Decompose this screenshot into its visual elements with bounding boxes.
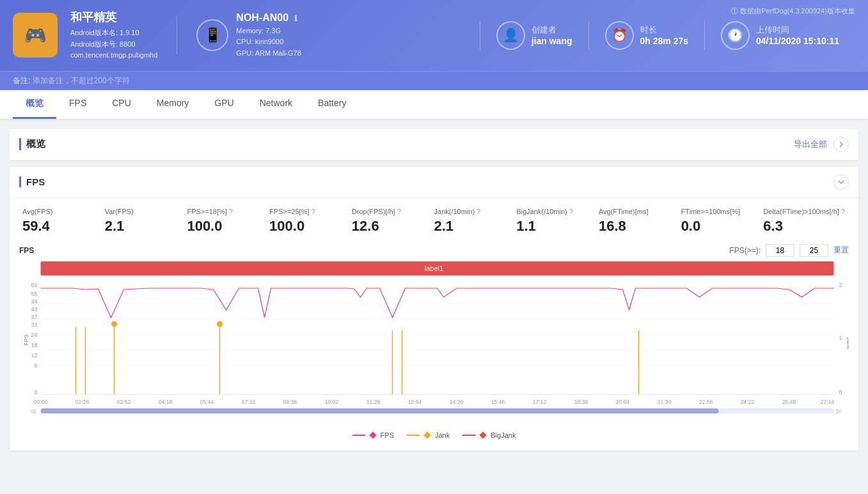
fps-chart-container: FPS FPS(>=): 重置 label1 61 55 49 43 37 31 xyxy=(10,241,858,451)
svg-text:12: 12 xyxy=(31,352,37,359)
fps-header: FPS xyxy=(10,167,858,198)
duration-info: 时长 0h 28m 27s xyxy=(640,24,689,46)
legend-fps-line xyxy=(352,435,365,436)
tab-network[interactable]: Network xyxy=(247,90,305,119)
fps-chart: label1 61 55 49 43 37 31 24 18 12 6 0 FP… xyxy=(19,260,849,428)
svg-text:6: 6 xyxy=(34,362,37,369)
nav-tabs: 概览 FPS CPU Memory GPU Network Battery xyxy=(0,90,868,120)
info-icon-drop[interactable]: ? xyxy=(397,208,401,215)
svg-point-28 xyxy=(112,321,117,327)
overview-section: 概览 导出全部 xyxy=(10,129,858,160)
upload-icon: 🕐 xyxy=(721,21,750,50)
legend-bigjank: BigJank xyxy=(462,431,516,439)
svg-text:◁: ◁ xyxy=(31,408,35,414)
fps-stats-row: Avg(FPS) 59.4 Var(FPS) 2.1 FPS>=18[%]? 1… xyxy=(10,198,858,241)
app-package: com.tencent.tmgp.pubgmhd xyxy=(70,50,157,61)
creator-metric: 👤 创建者 jian wang xyxy=(480,21,588,50)
legend-bigjank-line xyxy=(462,435,475,436)
svg-text:1: 1 xyxy=(839,335,842,341)
stat-jank: Jank(/10min)? 2.1 xyxy=(434,208,517,235)
info-icon-delta[interactable]: ? xyxy=(841,208,845,215)
stat-drop-fps: Drop(FPS)[/h]? 12.6 xyxy=(352,208,434,235)
svg-text:01:26: 01:26 xyxy=(75,399,90,405)
svg-text:20:04: 20:04 xyxy=(616,399,630,405)
svg-text:31: 31 xyxy=(31,321,37,328)
stat-var-fps: Var(FPS) 2.1 xyxy=(105,208,187,235)
app-icon: 🎮 xyxy=(13,13,58,58)
svg-text:2: 2 xyxy=(839,282,842,288)
header-metrics: 👤 创建者 jian wang ⏰ 时长 0h 28m 27s 🕐 上传时间 xyxy=(480,21,855,50)
svg-text:18: 18 xyxy=(31,342,37,348)
data-source: ① 数据由PerfDog(4.3.200924)版本收集 xyxy=(731,6,855,16)
svg-text:07:10: 07:10 xyxy=(242,399,256,405)
device-icon: 📱 xyxy=(196,19,228,51)
chevron-right-icon xyxy=(837,141,845,148)
fps-chart-svg: label1 61 55 49 43 37 31 24 18 12 6 0 FP… xyxy=(19,260,849,426)
svg-text:43: 43 xyxy=(31,306,37,313)
tab-battery[interactable]: Battery xyxy=(305,90,359,119)
device-gpu: GPU: ARM Mali-G78 xyxy=(236,48,301,59)
info-icon-jank[interactable]: ? xyxy=(477,208,480,215)
app-name: 和平精英 xyxy=(70,10,157,25)
stat-bigjank: BigJank(/10min)? 1.1 xyxy=(516,208,599,235)
fps-threshold-input-1[interactable] xyxy=(766,244,794,257)
svg-text:22:56: 22:56 xyxy=(699,399,713,405)
fps-threshold-input-2[interactable] xyxy=(800,244,828,257)
legend-fps: FPS xyxy=(352,431,394,439)
duration-icon: ⏰ xyxy=(605,21,634,50)
svg-text:12:54: 12:54 xyxy=(408,399,422,405)
fps-title: FPS xyxy=(19,176,45,187)
device-name: NOH-AN00 ℹ xyxy=(236,12,301,24)
duration-metric: ⏰ 时长 0h 28m 27s xyxy=(588,21,705,50)
fps-actions xyxy=(833,174,849,190)
svg-text:17:12: 17:12 xyxy=(533,399,547,405)
tab-cpu[interactable]: CPU xyxy=(99,90,144,119)
export-button[interactable]: 导出全部 xyxy=(794,139,827,150)
device-cpu: CPU: kirin9000 xyxy=(236,36,301,48)
info-icon-fps18[interactable]: ? xyxy=(229,208,233,215)
svg-text:04:18: 04:18 xyxy=(159,399,173,405)
svg-text:0: 0 xyxy=(34,389,37,396)
svg-text:0: 0 xyxy=(839,389,842,396)
svg-text:18:38: 18:38 xyxy=(574,399,588,405)
notes-placeholder[interactable]: 添加备注，不超过200个字符 xyxy=(33,76,130,85)
svg-text:24: 24 xyxy=(31,332,37,338)
overview-collapse-button[interactable] xyxy=(833,137,849,152)
svg-rect-55 xyxy=(41,408,719,413)
device-section: 📱 NOH-AN00 ℹ Memory: 7.3G CPU: kirin9000… xyxy=(196,12,301,59)
svg-text:24:22: 24:22 xyxy=(741,399,755,405)
svg-text:10:02: 10:02 xyxy=(325,399,339,405)
fps-threshold-label: FPS(>=): xyxy=(729,246,761,255)
fps-section: FPS Avg(FPS) 59.4 Var(FPS) 2.1 FPS>=18[%… xyxy=(10,167,858,451)
svg-text:37: 37 xyxy=(31,314,37,320)
notes-bar: 备注: 添加备注，不超过200个字符 xyxy=(0,71,868,90)
tab-overview[interactable]: 概览 xyxy=(13,90,56,119)
divider xyxy=(177,16,177,54)
svg-text:▷: ▷ xyxy=(837,408,841,414)
creator-info: 创建者 jian wang xyxy=(532,24,572,46)
legend-jank: Jank xyxy=(407,431,450,439)
info-icon-fps25[interactable]: ? xyxy=(311,208,315,215)
svg-point-30 xyxy=(217,321,223,327)
svg-text:15:46: 15:46 xyxy=(491,399,505,405)
legend-fps-label: FPS xyxy=(381,431,394,439)
header: 🎮 和平精英 Android版本名: 1.9.10 Android版本号: 88… xyxy=(0,0,868,90)
svg-text:00:00: 00:00 xyxy=(34,399,48,405)
overview-header: 概览 导出全部 xyxy=(10,129,858,160)
overview-title: 概览 xyxy=(19,138,45,150)
legend-jank-diamond xyxy=(423,431,430,438)
svg-text:05:44: 05:44 xyxy=(200,399,214,405)
tab-memory[interactable]: Memory xyxy=(144,90,202,119)
device-info: NOH-AN00 ℹ Memory: 7.3G CPU: kirin9000 G… xyxy=(236,12,301,59)
legend-bigjank-label: BigJank xyxy=(491,431,516,439)
svg-text:Jank: Jank xyxy=(846,337,849,350)
reset-button[interactable]: 重置 xyxy=(833,245,849,256)
app-info: 和平精英 Android版本名: 1.9.10 Android版本号: 8800… xyxy=(70,10,157,61)
tab-gpu[interactable]: GPU xyxy=(201,90,246,119)
info-icon-bigjank[interactable]: ? xyxy=(569,208,573,215)
fps-collapse-button[interactable] xyxy=(833,174,849,190)
tab-fps[interactable]: FPS xyxy=(56,90,99,119)
android-version: Android版本名: 1.9.10 xyxy=(70,27,157,39)
device-info-icon: ℹ xyxy=(294,14,297,23)
svg-text:14:20: 14:20 xyxy=(450,399,464,405)
